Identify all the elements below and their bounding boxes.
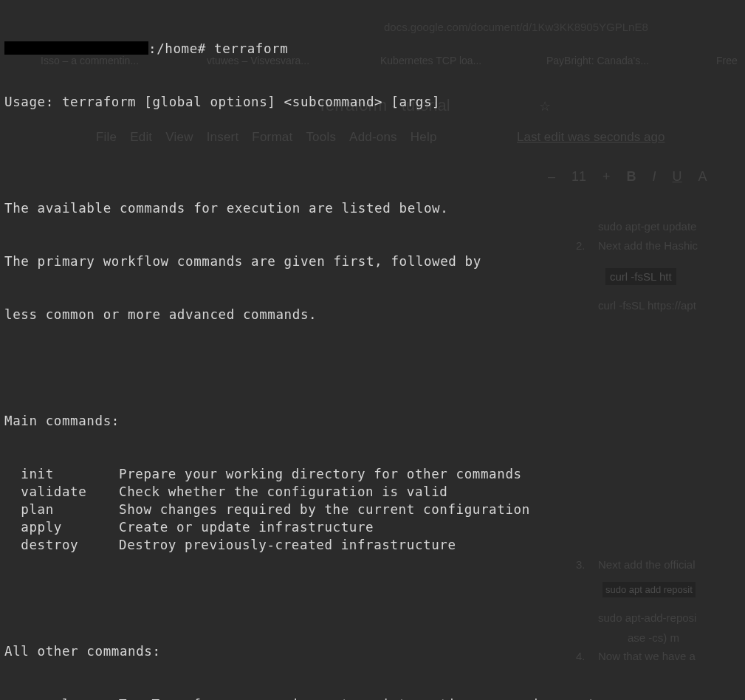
command-row: destroyDestroy previously-created infras… xyxy=(4,536,741,554)
section-heading-main: Main commands: xyxy=(4,412,741,430)
command-desc: Create or update infrastructure xyxy=(119,520,374,535)
command-row: initPrepare your working directory for o… xyxy=(4,465,741,483)
redacted-hostname xyxy=(4,41,148,55)
prompt-suffix: :/home# terraform xyxy=(148,41,288,56)
desc-line: less common or more advanced commands. xyxy=(4,306,741,323)
command-row: applyCreate or update infrastructure xyxy=(4,518,741,536)
terminal-output[interactable]: :/home# terraform Usage: terraform [glob… xyxy=(0,0,745,700)
command-name: console xyxy=(4,696,119,700)
command-desc: Try Terraform expressions at an interact… xyxy=(119,697,596,700)
command-row: validateCheck whether the configuration … xyxy=(4,483,741,501)
desc-line: The primary workflow commands are given … xyxy=(4,253,741,270)
usage-line: Usage: terraform [global options] <subco… xyxy=(4,93,741,111)
command-name: plan xyxy=(4,501,119,518)
section-heading-other: All other commands: xyxy=(4,642,741,660)
command-name: destroy xyxy=(4,536,119,554)
command-name: init xyxy=(4,465,119,483)
terminal-prompt-line: :/home# terraform xyxy=(4,40,741,58)
command-row: consoleTry Terraform expressions at an i… xyxy=(4,696,741,700)
command-desc: Destroy previously-created infrastructur… xyxy=(119,538,456,552)
command-desc: Show changes required by the current con… xyxy=(119,502,530,517)
desc-line: The available commands for execution are… xyxy=(4,199,741,217)
command-desc: Prepare your working directory for other… xyxy=(119,467,522,481)
command-desc: Check whether the configuration is valid xyxy=(119,484,447,499)
command-row: planShow changes required by the current… xyxy=(4,501,741,518)
command-name: validate xyxy=(4,483,119,501)
command-name: apply xyxy=(4,518,119,536)
